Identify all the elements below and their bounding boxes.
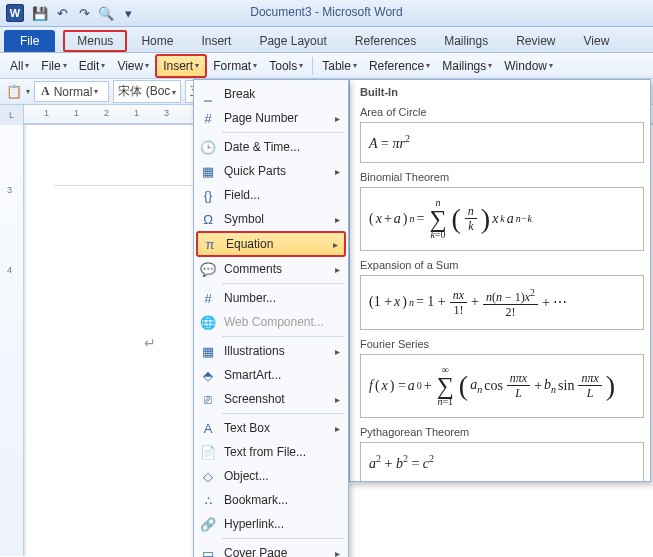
menu-item-date-time[interactable]: 🕒Date & Time... [196, 135, 346, 159]
menu-tools[interactable]: Tools▾ [263, 56, 309, 76]
gallery-item-title: Expansion of a Sum [360, 259, 644, 271]
menu-item-label: Object... [224, 469, 340, 483]
redo-icon[interactable]: ↷ [74, 3, 94, 23]
quick-access-toolbar: 💾 ↶ ↷ 🔍 ▾ [30, 3, 138, 23]
font-selector[interactable]: 宋体 (Boc ▾ [113, 80, 180, 103]
tab-mailings[interactable]: Mailings [430, 30, 502, 52]
menu-file[interactable]: File▾ [35, 56, 72, 76]
tab-home[interactable]: Home [127, 30, 187, 52]
page-margin-guide [54, 185, 194, 315]
menu-item-label: Bookmark... [224, 493, 340, 507]
submenu-arrow-icon: ▸ [333, 239, 338, 250]
menu-item-label: Symbol [224, 212, 329, 226]
menu-separator [222, 336, 344, 337]
menu-item-comments[interactable]: 💬Comments▸ [196, 257, 346, 281]
menu-item-smartart[interactable]: ⬘SmartArt... [196, 363, 346, 387]
menu-item-label: Text from File... [224, 445, 340, 459]
menu-item-number[interactable]: #Number... [196, 286, 346, 310]
menu-all[interactable]: All▾ [4, 56, 35, 76]
tab-review[interactable]: Review [502, 30, 569, 52]
paragraph-mark-icon: ↵ [144, 335, 156, 351]
menu-item-field[interactable]: {}Field... [196, 183, 346, 207]
menu-item-label: Comments [224, 262, 329, 276]
equation-binomial-theorem[interactable]: (x + a)n = n∑k=0 (nk) xkan−k [360, 187, 644, 251]
menu-insert[interactable]: Insert▾ [155, 54, 207, 78]
classic-menu-bar: All▾ File▾ Edit▾ View▾ Insert▾ Format▾ T… [0, 53, 653, 79]
submenu-arrow-icon: ▸ [335, 346, 340, 357]
menu-item-page-number[interactable]: #Page Number▸ [196, 106, 346, 130]
menu-item-illustrations[interactable]: ▦Illustrations▸ [196, 339, 346, 363]
title-bar: W 💾 ↶ ↷ 🔍 ▾ Document3 - Microsoft Word [0, 0, 653, 27]
equation-icon: π [200, 234, 220, 254]
tab-menus[interactable]: Menus [63, 30, 127, 52]
menu-reference[interactable]: Reference▾ [363, 56, 436, 76]
ribbon-tabs: File Menus Home Insert Page Layout Refer… [0, 27, 653, 53]
object-icon: ◇ [198, 466, 218, 486]
submenu-arrow-icon: ▸ [335, 214, 340, 225]
menu-item-label: Field... [224, 188, 340, 202]
menu-item-label: Page Number [224, 111, 329, 125]
equation-fourier-series[interactable]: f(x) = a0 + ∞∑n=1 ( an cos nπxL + bn sin… [360, 354, 644, 418]
gallery-item-title: Fourier Series [360, 338, 644, 350]
ruler-corner: L [0, 105, 24, 125]
menu-item-label: Screenshot [224, 392, 329, 406]
menu-item-object[interactable]: ◇Object... [196, 464, 346, 488]
menu-item-equation[interactable]: πEquation▸ [196, 231, 346, 257]
insert-menu-dropdown: ⎯Break#Page Number▸🕒Date & Time...▦Quick… [193, 79, 349, 556]
menu-item-cover-page[interactable]: ▭Cover Page▸ [196, 541, 346, 556]
smartart-icon: ⬘ [198, 365, 218, 385]
menu-mailings[interactable]: Mailings▾ [436, 56, 498, 76]
text-from-file-icon: 📄 [198, 442, 218, 462]
menu-separator [222, 538, 344, 539]
menu-item-label: Equation [226, 237, 327, 251]
qat-customize-icon[interactable]: ▾ [118, 3, 138, 23]
menu-item-screenshot[interactable]: ⎚Screenshot▸ [196, 387, 346, 411]
menu-item-label: Quick Parts [224, 164, 329, 178]
menu-window[interactable]: Window▾ [498, 56, 559, 76]
menu-separator [222, 283, 344, 284]
menu-item-quick-parts[interactable]: ▦Quick Parts▸ [196, 159, 346, 183]
menu-item-break[interactable]: ⎯Break [196, 82, 346, 106]
date-time-icon: 🕒 [198, 137, 218, 157]
menu-view[interactable]: View▾ [111, 56, 155, 76]
menu-separator [222, 132, 344, 133]
menu-separator [312, 57, 313, 75]
file-tab[interactable]: File [4, 30, 55, 52]
menu-item-bookmark[interactable]: ⛬Bookmark... [196, 488, 346, 512]
window-title: Document3 - Microsoft Word [250, 5, 403, 19]
menu-item-symbol[interactable]: ΩSymbol▸ [196, 207, 346, 231]
tab-view[interactable]: View [570, 30, 624, 52]
submenu-arrow-icon: ▸ [335, 548, 340, 557]
menu-item-text-box[interactable]: AText Box▸ [196, 416, 346, 440]
vertical-ruler[interactable]: 3 4 [0, 125, 24, 556]
menu-item-label: Web Component... [224, 315, 340, 329]
undo-icon[interactable]: ↶ [52, 3, 72, 23]
menu-edit[interactable]: Edit▾ [73, 56, 112, 76]
equation-expansion-of-sum[interactable]: (1 + x)n = 1 + nx1! + n(n − 1)x22! + ⋯ [360, 275, 644, 330]
menu-item-text-from-file[interactable]: 📄Text from File... [196, 440, 346, 464]
equation-area-of-circle[interactable]: A = πr2 [360, 122, 644, 163]
submenu-arrow-icon: ▸ [335, 166, 340, 177]
tab-references[interactable]: References [341, 30, 430, 52]
style-selector[interactable]: A Normal ▾ [34, 81, 109, 102]
menu-item-label: SmartArt... [224, 368, 340, 382]
menu-format[interactable]: Format▾ [207, 56, 263, 76]
app-icon[interactable]: W [6, 4, 24, 22]
cover-page-icon: ▭ [198, 543, 218, 556]
menu-separator [222, 413, 344, 414]
menu-item-hyperlink[interactable]: 🔗Hyperlink... [196, 512, 346, 536]
gallery-heading: Built-In [360, 86, 644, 98]
quick-parts-icon: ▦ [198, 161, 218, 181]
save-icon[interactable]: 💾 [30, 3, 50, 23]
menu-table[interactable]: Table▾ [316, 56, 363, 76]
tab-page-layout[interactable]: Page Layout [245, 30, 340, 52]
print-preview-icon[interactable]: 🔍 [96, 3, 116, 23]
menu-item-web-component: 🌐Web Component... [196, 310, 346, 334]
equation-pythagorean-theorem[interactable]: a2 + b2 = c2 [360, 442, 644, 482]
submenu-arrow-icon: ▸ [335, 423, 340, 434]
comments-icon: 💬 [198, 259, 218, 279]
equation-gallery: Built-In Area of Circle A = πr2 Binomial… [349, 79, 651, 482]
menu-item-label: Cover Page [224, 546, 329, 556]
paste-icon[interactable]: 📋 [4, 82, 24, 102]
tab-insert[interactable]: Insert [187, 30, 245, 52]
